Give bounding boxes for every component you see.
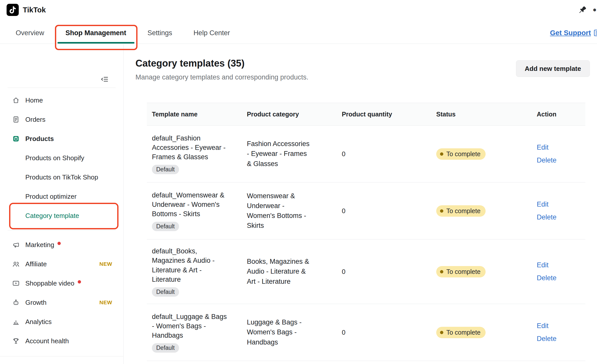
sidebar-item-label: Shoppable video (25, 279, 74, 287)
status-cell: To complete (431, 259, 532, 285)
action-cell: Edit Delete (532, 194, 585, 228)
sidebar-item-products-on-shopify[interactable]: Products on Shopify (0, 148, 123, 168)
template-name-cell: default_Womenswear & Underwear - Women's… (147, 184, 242, 238)
table-row: default_Womenswear & Underwear - Women's… (147, 183, 585, 239)
status-label: To complete (446, 329, 481, 336)
status-dot-icon (440, 331, 443, 334)
status-label: To complete (446, 268, 481, 275)
edit-link[interactable]: Edit (537, 262, 578, 269)
support-doc-icon[interactable] (593, 29, 597, 37)
overflow-menu-icon[interactable]: •• (593, 6, 597, 14)
home-icon (12, 96, 20, 104)
pin-icon[interactable] (578, 6, 587, 14)
megaphone-icon (12, 241, 20, 249)
delete-link[interactable]: Delete (537, 214, 578, 221)
delete-link[interactable]: Delete (537, 275, 578, 281)
product-quantity-cell: 0 (337, 321, 431, 343)
sidebar-item-label: Home (25, 96, 43, 104)
product-category-cell: Fashion Accessories - Eyewear - Frames &… (242, 132, 318, 176)
edit-link[interactable]: Edit (537, 144, 578, 151)
delete-link[interactable]: Delete (537, 335, 578, 342)
status-dot-icon (440, 152, 443, 156)
sidebar-item-growth[interactable]: Growth NEW (0, 293, 123, 312)
new-badge: NEW (100, 299, 112, 306)
sidebar-item-orders[interactable]: Orders (0, 110, 123, 129)
column-header-product-quantity: Product quantity (337, 111, 431, 118)
status-cell: To complete (431, 198, 532, 224)
sidebar-divider (8, 230, 116, 230)
sidebar-item-products-on-tiktok-shop[interactable]: Products on TikTok Shop (0, 168, 123, 187)
status-dot-icon (440, 209, 443, 213)
sidebar-item-analytics[interactable]: Analytics (0, 312, 123, 331)
sidebar-item-product-optimizer[interactable]: Product optimizer (0, 187, 123, 206)
sidebar-item-label: Affiliate (25, 260, 47, 268)
edit-link[interactable]: Edit (537, 322, 578, 329)
tab-help-center[interactable]: Help Center (185, 22, 238, 44)
tab-shop-management[interactable]: Shop Management (57, 22, 134, 44)
sidebar-footer-divider (0, 356, 123, 356)
sidebar-item-affiliate[interactable]: Affiliate NEW (0, 254, 123, 274)
tab-overview[interactable]: Overview (8, 22, 52, 44)
sidebar-item-label: Products on TikTok Shop (25, 173, 98, 181)
product-quantity-cell: 0 (337, 143, 431, 165)
table-row: default_Books, Magazines & Audio - Liter… (147, 239, 585, 304)
sidebar-item-label: Product optimizer (25, 193, 76, 200)
template-name: default_Womenswear & Underwear - Women's… (152, 191, 228, 219)
sidebar-item-shoppable-video[interactable]: Shoppable video (0, 274, 123, 293)
products-icon (12, 135, 20, 143)
sidebar-divider (8, 88, 116, 88)
add-new-template-button[interactable]: Add new template (516, 60, 590, 77)
template-name-cell: default_Luggage & Bags - Women's Bags - … (147, 305, 242, 360)
column-header-product-category: Product category (242, 111, 337, 118)
sidebar-item-label: Analytics (25, 318, 52, 326)
sidebar-item-category-template[interactable]: Category template (0, 206, 123, 225)
status-label: To complete (446, 150, 481, 158)
status-badge: To complete (436, 148, 486, 160)
delete-link[interactable]: Delete (537, 157, 578, 164)
status-dot-icon (440, 270, 443, 273)
sidebar-header (0, 44, 123, 88)
action-cell: Edit Delete (532, 255, 585, 289)
product-category-cell: Womenswear & Underwear - Women's Bottoms… (242, 184, 318, 238)
sidebar-menu: Home Orders Products Products on Shopify… (0, 91, 123, 351)
sidebar-item-label: Orders (25, 116, 45, 124)
sidebar-item-marketing[interactable]: Marketing (0, 235, 123, 254)
status-badge: To complete (436, 327, 486, 338)
default-badge: Default (152, 165, 179, 174)
collapse-sidebar-icon[interactable] (100, 75, 110, 85)
table-header-row: Template name Product category Product q… (147, 103, 585, 126)
product-quantity-cell: 0 (337, 200, 431, 222)
sidebar-item-label: Category template (25, 212, 79, 220)
notification-dot (57, 242, 61, 245)
column-header-action: Action (532, 111, 585, 118)
sidebar-item-home[interactable]: Home (0, 91, 123, 110)
sidebar-item-account-health[interactable]: Account health (0, 331, 123, 351)
edit-link[interactable]: Edit (537, 201, 578, 208)
product-category-cell: Books, Magazines & Audio - Literature & … (242, 250, 318, 293)
topbar: TikTok •• (0, 0, 597, 20)
status-badge: To complete (436, 205, 486, 217)
tab-settings[interactable]: Settings (140, 22, 181, 44)
status-label: To complete (446, 207, 481, 215)
default-badge: Default (152, 343, 179, 353)
main-content: Category templates (35) Manage category … (124, 44, 597, 364)
template-name-cell: default_Books, Magazines & Audio - Liter… (147, 239, 242, 304)
product-category-cell: Luggage & Bags - Women's Bags - Handbags (242, 310, 318, 354)
video-icon (12, 279, 20, 287)
table-row: default_Fashion Accessories - Eyewear - … (147, 126, 585, 183)
tiktok-note-icon (9, 6, 16, 13)
bar-chart-icon (12, 318, 20, 326)
app-title: TikTok (23, 6, 46, 14)
product-quantity-cell: 0 (337, 261, 431, 283)
default-badge: Default (152, 287, 179, 297)
template-name: default_Fashion Accessories - Eyewear - … (152, 134, 228, 162)
sidebar: Home Orders Products Products on Shopify… (0, 44, 124, 364)
status-cell: To complete (431, 320, 532, 345)
sidebar-item-products[interactable]: Products (0, 129, 123, 148)
primary-nav: Overview Shop Management Settings Help C… (0, 20, 597, 44)
get-support-link[interactable]: Get Support (550, 29, 591, 37)
category-template-table: Template name Product category Product q… (147, 103, 585, 361)
sidebar-item-label: Products (25, 135, 54, 143)
tiktok-logo (7, 4, 19, 16)
table-row: default_Luggage & Bags - Women's Bags - … (147, 304, 585, 361)
